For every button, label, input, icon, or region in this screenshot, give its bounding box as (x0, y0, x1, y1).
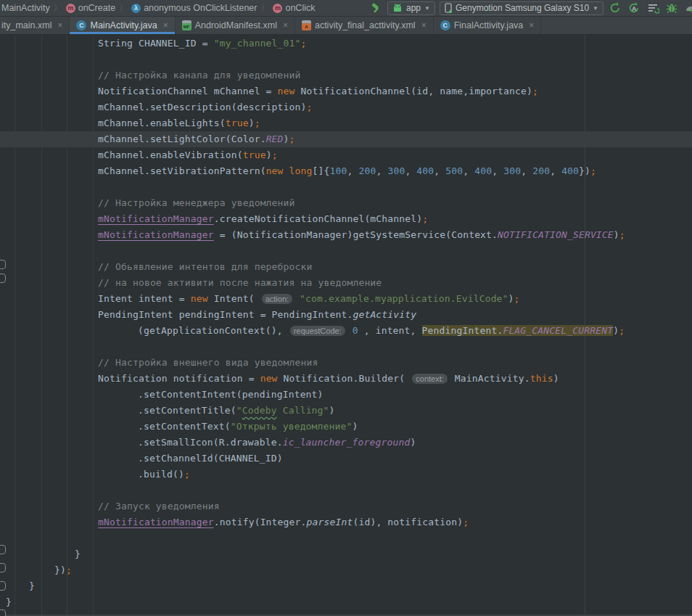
code-comment: // Обьявление интентов для переброски (98, 261, 313, 272)
code-editor[interactable]: String CHANNEL_ID = "my_channel_01";// Н… (0, 35, 692, 616)
run-configuration-select[interactable]: app ▼ (387, 1, 435, 15)
code-line[interactable]: // Обьявление интентов для переброски (98, 259, 313, 275)
breadcrumb-item-anonymous-onclicklistener[interactable]: λanonymous OnClickListener (131, 3, 257, 13)
code-field: mNotificationManager (98, 517, 214, 527)
code-line[interactable]: PendingIntent pendingIntent = PendingInt… (98, 307, 416, 323)
code-line[interactable]: mNotificationManager = (NotificationMana… (98, 227, 625, 243)
code-line[interactable]: mNotificationManager.notify(Integer.pars… (98, 514, 469, 530)
parameter-hint-badge: action: (262, 294, 292, 304)
apply-changes-restart-icon[interactable] (608, 1, 622, 15)
profile-icon[interactable] (683, 1, 692, 15)
android-studio-window: { "toolbar": { "breadcrumbs": [ {"label"… (0, 0, 692, 616)
code-keyword: ; (619, 229, 625, 240)
code-keyword: true (243, 149, 266, 160)
code-keyword: ; (289, 134, 295, 144)
device-select[interactable]: Genymotion Samsung Galaxy S10 ▼ (440, 1, 604, 15)
code-text: Notification.Builder( (278, 373, 411, 384)
code-line[interactable]: }); (54, 562, 72, 578)
code-text: .createNotificationChannel(mChannel) (214, 213, 423, 224)
breadcrumb-separator-icon: 〉 (54, 2, 62, 15)
code-line[interactable]: mChannel.setLightColor(Color.RED); (98, 131, 295, 147)
code-keyword: new long (266, 165, 313, 176)
method-icon: m (66, 4, 75, 13)
code-text: } (6, 596, 12, 607)
tab-close-icon[interactable]: × (421, 20, 427, 30)
code-line[interactable]: .build(); (138, 467, 190, 482)
fold-marker-icon[interactable] (0, 274, 6, 283)
code-line[interactable]: .setSmallIcon(R.drawable.ic_launcher_for… (138, 435, 416, 451)
code-text: .setContentTitle( (138, 405, 236, 416)
code-text: ) (266, 149, 272, 160)
code-line[interactable]: // на новое активити после нажатия на ув… (98, 275, 382, 291)
code-keyword: ; (272, 149, 278, 160)
breadcrumb-separator-icon: 〉 (119, 2, 128, 15)
tab-finalacttivity-java[interactable]: CFinalActtivity.java× (434, 17, 542, 34)
code-line[interactable]: mChannel.setVibrationPattern(new long[]{… (98, 163, 596, 179)
breadcrumb-item-onclick[interactable]: monClick (273, 3, 315, 13)
breadcrumb-item-mainactivity[interactable]: MainActivity (1, 3, 50, 13)
tab-activity_final_acttivity-xml[interactable]: Aactivity_final_acttivity.xml× (295, 17, 434, 34)
code-highlighted: PendingIntent. (422, 325, 503, 336)
code-line[interactable]: // Запуск уведомления (98, 498, 220, 514)
code-line[interactable]: (getApplicationContext(), requestCode: 0… (138, 323, 625, 339)
code-text: Intent( (208, 293, 260, 304)
code-line[interactable]: NotificationChannel mChannel = new Notif… (98, 83, 538, 99)
code-line[interactable]: String CHANNEL_ID = "my_channel_01"; (98, 36, 307, 52)
code-keyword: ; (422, 213, 428, 224)
tab-mainactivity-java[interactable]: CMainActivity.java× (70, 17, 175, 34)
code-line[interactable]: Intent intent = new Intent( action: "com… (98, 291, 520, 307)
code-text (294, 293, 300, 304)
indent-guide (67, 35, 67, 615)
indent-guide (41, 35, 42, 615)
code-line[interactable]: Notification notification = new Notifica… (98, 371, 559, 387)
code-keyword: new (278, 86, 295, 96)
java-class-icon: C (76, 20, 86, 30)
code-text: }) (54, 564, 66, 575)
debug-icon[interactable] (664, 1, 679, 15)
code-keyword: ; (463, 517, 469, 527)
phone-icon (445, 3, 452, 13)
code-text: mChannel.setVibrationPattern( (98, 165, 266, 176)
code-line[interactable]: mChannel.setDescription(description); (98, 99, 313, 115)
code-keyword: ; (532, 86, 538, 96)
fold-marker-icon[interactable] (0, 581, 6, 591)
breadcrumb-item-oncreate[interactable]: monCreate (66, 3, 115, 13)
tab-ity_main-xml[interactable]: ity_main.xml× (0, 17, 70, 34)
code-line[interactable]: .setContentIntent(pendingIntent) (138, 387, 324, 403)
tab-close-icon[interactable]: × (57, 20, 62, 30)
code-constant: NOTIFICATION_SERVICE (498, 229, 614, 240)
build-hammer-icon[interactable] (368, 1, 383, 15)
code-line[interactable]: } (6, 594, 12, 610)
code-line[interactable]: mChannel.enableLights(true); (98, 115, 260, 131)
fold-marker-icon[interactable] (0, 563, 6, 572)
code-line[interactable]: .setContentTitle("Codeby Calling") (138, 403, 335, 419)
tab-close-icon[interactable]: × (163, 20, 168, 30)
coverage-icon[interactable] (646, 1, 660, 15)
apply-code-changes-icon[interactable]: A (627, 1, 641, 15)
tab-close-icon[interactable]: × (283, 20, 288, 30)
breadcrumb: MainActivity〉monCreate〉λanonymous OnClic… (0, 0, 315, 16)
code-line[interactable]: // Настройка внешнего вида уведомления (98, 355, 318, 371)
tab-androidmanifest-xml[interactable]: MFAndroidManifest.xml× (176, 17, 295, 34)
java-class-icon: C (440, 20, 450, 30)
manifest-file-icon: MF (182, 20, 191, 30)
fold-marker-icon[interactable] (0, 609, 6, 616)
code-line[interactable]: } (75, 546, 81, 562)
code-line[interactable]: // Настройка канала для уведомлений (98, 67, 301, 83)
code-text: , (492, 165, 503, 176)
code-line[interactable]: mNotificationManager.createNotificationC… (98, 211, 428, 227)
code-number: 300 (503, 165, 521, 176)
code-static-method: getActivity (353, 309, 416, 320)
fold-marker-icon[interactable] (0, 545, 6, 554)
breadcrumb-label: anonymous OnClickListener (144, 3, 257, 13)
code-line[interactable]: } (29, 578, 35, 594)
fold-marker-icon[interactable] (0, 260, 6, 269)
code-line[interactable]: .setContentText("Открыть уведомление") (138, 419, 358, 435)
tab-label: ity_main.xml (1, 20, 52, 30)
code-text: = (NotificationManager)getSystemService(… (214, 229, 498, 240)
code-text: MainActivity. (449, 373, 530, 384)
code-line[interactable]: .setChannelId(CHANNEL_ID) (138, 451, 283, 467)
code-line[interactable]: // Настройка менеджера уведомлений (98, 195, 295, 211)
code-line[interactable]: mChannel.enableVibration(true); (98, 147, 278, 163)
tab-close-icon[interactable]: × (529, 20, 534, 30)
